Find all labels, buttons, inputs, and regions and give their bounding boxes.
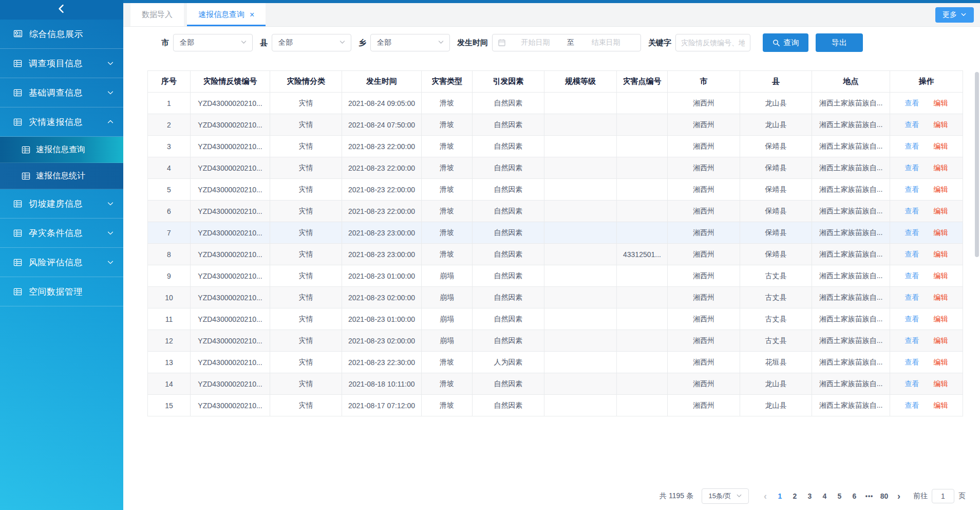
view-link[interactable]: 查看 bbox=[905, 120, 919, 129]
prev-page-button[interactable]: ‹ bbox=[758, 491, 772, 501]
sidebar-item-overview[interactable]: 综合信息展示 bbox=[0, 20, 123, 49]
town-select[interactable]: 全部 bbox=[370, 34, 450, 51]
sidebar-item-basic-survey[interactable]: 基础调查信息 bbox=[0, 78, 123, 107]
cell-point bbox=[617, 330, 668, 352]
view-link[interactable]: 查看 bbox=[905, 250, 919, 258]
cell-city: 湘西州 bbox=[668, 265, 740, 287]
cell-scale bbox=[544, 179, 617, 201]
pagination-bar: 共 1195 条 15条/页 ‹ 123456•••80 › 前往 页 bbox=[659, 488, 966, 504]
page-ellipsis[interactable]: ••• bbox=[862, 493, 877, 500]
sidebar-subitem-label: 速报信息查询 bbox=[36, 144, 85, 155]
table-icon bbox=[13, 88, 22, 97]
edit-link[interactable]: 编辑 bbox=[934, 142, 948, 150]
page-button-4[interactable]: 4 bbox=[817, 492, 832, 500]
cell-county: 龙山县 bbox=[740, 93, 812, 114]
cell-seq: 11 bbox=[148, 308, 191, 330]
export-button[interactable]: 导出 bbox=[816, 33, 863, 52]
page-button-2[interactable]: 2 bbox=[787, 492, 802, 500]
edit-link[interactable]: 编辑 bbox=[934, 315, 948, 323]
page-button-5[interactable]: 5 bbox=[832, 492, 847, 500]
edit-link[interactable]: 编辑 bbox=[934, 336, 948, 344]
view-link[interactable]: 查看 bbox=[905, 163, 919, 172]
cell-code: YZD43000020210... bbox=[191, 352, 270, 373]
cell-scale bbox=[544, 395, 617, 416]
edit-link[interactable]: 编辑 bbox=[934, 207, 948, 215]
cell-cls: 灾情 bbox=[270, 222, 342, 244]
vertical-scrollbar[interactable] bbox=[975, 72, 979, 257]
view-link[interactable]: 查看 bbox=[905, 142, 919, 150]
next-page-button[interactable]: › bbox=[892, 491, 906, 501]
cell-type: 滑坡 bbox=[422, 395, 473, 416]
cell-code: YZD43000020210... bbox=[191, 330, 270, 352]
table-row: 3YZD43000020210...灾情2021-08-23 22:00:00滑… bbox=[148, 136, 963, 157]
edit-link[interactable]: 编辑 bbox=[934, 271, 948, 280]
sidebar-subitem-report-stats[interactable]: 速报信息统计 bbox=[0, 163, 123, 189]
sidebar-subitem-report-query[interactable]: 速报信息查询 bbox=[0, 137, 123, 163]
chevron-down-icon bbox=[736, 493, 742, 500]
jump-to-page-input[interactable] bbox=[932, 489, 954, 503]
view-link[interactable]: 查看 bbox=[905, 271, 919, 280]
sidebar-item-spatial-data[interactable]: 空间数据管理 bbox=[0, 277, 123, 306]
view-link[interactable]: 查看 bbox=[905, 228, 919, 236]
cell-operations: 查看编辑 bbox=[890, 157, 963, 179]
view-link[interactable]: 查看 bbox=[905, 379, 919, 388]
view-link[interactable]: 查看 bbox=[905, 207, 919, 215]
sidebar-collapse-button[interactable] bbox=[0, 0, 123, 20]
sidebar-item-slope-housing[interactable]: 切坡建房信息 bbox=[0, 189, 123, 218]
city-select[interactable]: 全部 bbox=[173, 34, 253, 51]
edit-link[interactable]: 编辑 bbox=[934, 358, 948, 366]
cell-cls: 灾情 bbox=[270, 395, 342, 416]
page-button-80[interactable]: 80 bbox=[877, 492, 892, 500]
view-link[interactable]: 查看 bbox=[905, 185, 919, 193]
cell-city: 湘西州 bbox=[668, 395, 740, 416]
cell-operations: 查看编辑 bbox=[890, 373, 963, 395]
edit-link[interactable]: 编辑 bbox=[934, 401, 948, 409]
view-link[interactable]: 查看 bbox=[905, 315, 919, 323]
edit-link[interactable]: 编辑 bbox=[934, 185, 948, 193]
cell-operations: 查看编辑 bbox=[890, 179, 963, 201]
edit-link[interactable]: 编辑 bbox=[934, 379, 948, 388]
cell-cls: 灾情 bbox=[270, 244, 342, 265]
edit-link[interactable]: 编辑 bbox=[934, 163, 948, 172]
page-button-6[interactable]: 6 bbox=[847, 492, 862, 500]
edit-link[interactable]: 编辑 bbox=[934, 99, 948, 107]
county-select[interactable]: 全部 bbox=[272, 34, 351, 51]
cell-point bbox=[617, 222, 668, 244]
cell-cause: 自然因素 bbox=[473, 308, 544, 330]
table-icon bbox=[13, 59, 22, 68]
cell-location: 湘西土家族苗族自... bbox=[812, 201, 890, 222]
edit-link[interactable]: 编辑 bbox=[934, 228, 948, 236]
sidebar-item-disaster-report[interactable]: 灾情速报信息 bbox=[0, 107, 123, 137]
cell-time: 2021-08-23 02:00:00 bbox=[342, 330, 422, 352]
more-button[interactable]: 更多 bbox=[935, 7, 974, 23]
view-link[interactable]: 查看 bbox=[905, 358, 919, 366]
total-count: 共 1195 条 bbox=[659, 491, 693, 501]
cell-point bbox=[617, 179, 668, 201]
page-button-1[interactable]: 1 bbox=[772, 492, 787, 500]
close-icon[interactable]: × bbox=[250, 11, 254, 19]
sidebar-item-hazard-condition[interactable]: 孕灾条件信息 bbox=[0, 218, 123, 248]
tab-report-query[interactable]: 速报信息查询× bbox=[187, 3, 266, 26]
view-link[interactable]: 查看 bbox=[905, 99, 919, 107]
query-button[interactable]: 查询 bbox=[763, 33, 808, 52]
view-link[interactable]: 查看 bbox=[905, 401, 919, 409]
view-link[interactable]: 查看 bbox=[905, 336, 919, 344]
sidebar-item-risk-assessment[interactable]: 风险评估信息 bbox=[0, 248, 123, 277]
cell-operations: 查看编辑 bbox=[890, 308, 963, 330]
cell-type: 滑坡 bbox=[422, 352, 473, 373]
page-button-3[interactable]: 3 bbox=[802, 492, 817, 500]
keyword-input[interactable] bbox=[675, 34, 750, 51]
cell-operations: 查看编辑 bbox=[890, 352, 963, 373]
cell-cause: 自然因素 bbox=[473, 330, 544, 352]
sidebar-item-survey-project[interactable]: 调查项目信息 bbox=[0, 49, 123, 78]
edit-link[interactable]: 编辑 bbox=[934, 250, 948, 258]
cell-cls: 灾情 bbox=[270, 157, 342, 179]
view-link[interactable]: 查看 bbox=[905, 293, 919, 301]
date-range-input[interactable]: 开始日期 至 结束日期 bbox=[492, 34, 641, 51]
column-header: 引发因素 bbox=[473, 71, 544, 93]
page-size-select[interactable]: 15条/页 bbox=[702, 488, 749, 504]
tab-data-import[interactable]: 数据导入 bbox=[130, 3, 184, 26]
cell-type: 滑坡 bbox=[422, 222, 473, 244]
edit-link[interactable]: 编辑 bbox=[934, 120, 948, 129]
edit-link[interactable]: 编辑 bbox=[934, 293, 948, 301]
